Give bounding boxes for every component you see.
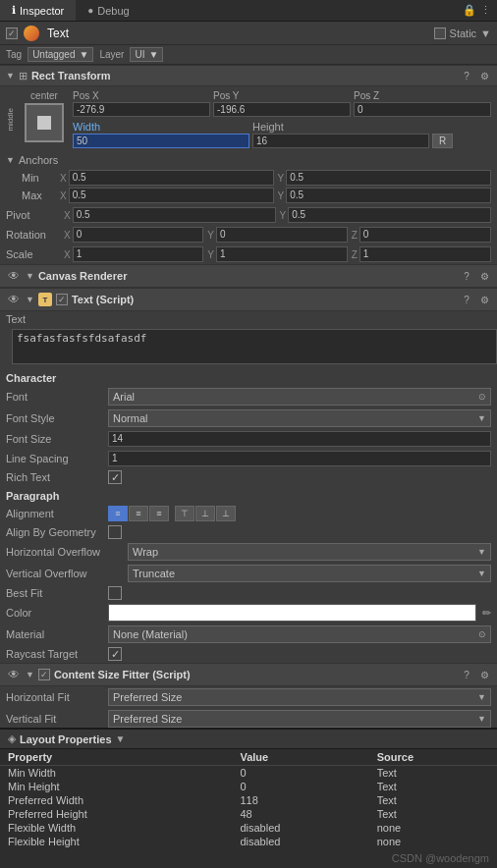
scale-fields: X 1 Y 1 Z 1 [64,246,491,262]
rect-settings-icon[interactable]: ⚙ [477,69,491,82]
color-edit-icon[interactable]: ✏ [482,607,491,620]
rich-text-label: Rich Text [6,471,104,483]
content-eye-icon[interactable]: 👁 [6,667,22,682]
text-eye-icon[interactable]: 👁 [6,292,22,307]
text-script-header[interactable]: 👁 ▼ T ✓ Text (Script) ? ⚙ [0,288,497,311]
content-settings-icon[interactable]: ⚙ [477,668,491,681]
min-x-input[interactable]: 0.5 [69,170,274,186]
static-dropdown-arrow[interactable]: ▼ [480,27,491,39]
text-active-checkbox[interactable]: ✓ [56,294,68,305]
text-area-row[interactable] [0,326,497,368]
align-top-button[interactable]: ⊤ [175,506,194,521]
pos-x-value: -276.9 [77,104,104,115]
max-y-val: 0.5 [290,190,304,200]
watermark: CSDN @woodengm [0,848,497,868]
align-center-button[interactable]: ≡ [129,506,148,521]
col-value: Value [232,749,368,766]
content-help-icon[interactable]: ? [460,668,473,681]
tab-debug[interactable]: ● Debug [76,0,140,21]
align-by-geo-checkbox[interactable] [108,525,122,539]
anchors-expand-icon[interactable]: ▼ [6,155,15,165]
best-fit-row: Best Fit [0,584,497,602]
scale-z-input[interactable]: 1 [359,246,491,262]
canvas-renderer-header[interactable]: 👁 ▼ Canvas Renderer ? ⚙ [0,264,497,288]
tag-layer-row: Tag Untagged ▼ Layer UI ▼ [0,45,497,65]
rect-transform-header[interactable]: ▼ ⊞ Rect Transform ? ⚙ [0,65,497,86]
rot-y-label: Y [207,230,214,241]
font-style-dropdown[interactable]: Normal ▼ [108,409,491,427]
font-dropdown-arrow: ⊙ [478,392,486,402]
font-style-row: Font Style Normal ▼ [0,407,497,429]
best-fit-checkbox[interactable] [108,586,122,600]
rot-y-input[interactable]: 0 [216,227,348,243]
pos-y-input[interactable]: -196.6 [213,102,351,117]
layout-cell-property: Preferred Width [0,793,232,807]
rot-y-pair: Y 0 [207,227,347,243]
layout-cell-source: none [369,821,497,835]
pos-z-input[interactable]: 0 [354,102,491,117]
canvas-help-icon[interactable]: ? [460,269,473,283]
rot-z-input[interactable]: 0 [359,227,491,243]
line-spacing-input[interactable]: 1 [108,451,491,466]
align-left-button[interactable]: ≡ [108,506,128,521]
pivot-x-input[interactable]: 0.5 [73,207,276,223]
line-spacing-row: Line Spacing 1 [0,449,497,468]
layout-cell-property: Flexible Height [0,835,232,848]
scale-y-label: Y [207,249,214,260]
font-size-val: 14 [112,433,123,444]
active-checkbox[interactable]: ✓ [6,27,18,39]
pos-z-value: 0 [358,104,363,115]
vert-fit-dropdown[interactable]: Preferred Size ▼ [108,710,491,728]
color-swatch[interactable] [108,604,476,622]
text-help-icon[interactable]: ? [460,293,473,306]
max-label: Max [22,190,56,201]
font-dropdown[interactable]: Arial ⊙ [108,388,491,406]
rotation-fields: X 0 Y 0 Z 0 [64,227,491,243]
vert-overflow-dropdown[interactable]: Truncate ▼ [128,565,491,582]
content-checkbox[interactable]: ✓ [38,669,50,680]
anchor-square [25,103,64,142]
rot-x-input[interactable]: 0 [73,227,204,243]
horiz-overflow-dropdown[interactable]: Wrap ▼ [128,543,491,561]
static-checkbox[interactable] [434,27,446,39]
tab-inspector[interactable]: ℹ Inspector [0,0,76,21]
text-field-row: Text [0,311,497,326]
r-button[interactable]: R [432,134,453,148]
text-script-icon: T [38,293,52,306]
layer-dropdown[interactable]: UI ▼ [130,47,163,62]
rich-text-checkbox[interactable]: ✓ [108,470,122,484]
pos-x-input[interactable]: -276.9 [73,102,210,117]
color-label: Color [6,607,104,619]
rect-help-icon[interactable]: ? [460,69,473,82]
pivot-y-input[interactable]: 0.5 [288,207,491,223]
min-y-input[interactable]: 0.5 [286,170,491,186]
raycast-checkbox[interactable]: ✓ [108,647,122,661]
align-middle-button[interactable]: ⊥ [195,506,215,521]
scale-x-input[interactable]: 1 [73,246,204,262]
height-input[interactable]: 16 [252,134,429,148]
align-bottom-button[interactable]: ⊥ [216,506,236,521]
horiz-overflow-value: Wrap [133,546,158,558]
material-dropdown[interactable]: None (Material) ⊙ [108,625,491,643]
canvas-settings-icon[interactable]: ⚙ [477,269,491,283]
scale-label: Scale [6,248,60,260]
scroll-area[interactable]: ▼ ⊞ Rect Transform ? ⚙ middle center [0,65,497,752]
layout-table-row: Flexible Widthdisablednone [0,821,497,835]
max-x-input[interactable]: 0.5 [69,188,274,203]
text-settings-icon[interactable]: ⚙ [477,293,491,306]
width-input[interactable]: 50 [73,134,249,148]
max-y-input[interactable]: 0.5 [286,188,491,203]
tag-dropdown[interactable]: Untagged ▼ [28,47,93,62]
rot-x-val: 0 [77,229,83,240]
eye-icon[interactable]: 👁 [6,268,22,284]
min-y-label: Y [278,173,285,184]
min-x-val: 0.5 [73,172,86,183]
font-size-input[interactable]: 14 [108,431,491,447]
horiz-fit-dropdown[interactable]: Preferred Size ▼ [108,688,491,706]
scale-y-input[interactable]: 1 [216,246,348,262]
content-size-header[interactable]: 👁 ▼ ✓ Content Size Fitter (Script) ? ⚙ [0,663,497,686]
align-right-button[interactable]: ≡ [149,506,169,521]
layout-props-arrow[interactable]: ▼ [116,733,126,744]
material-label: Material [6,628,104,640]
text-area-input[interactable] [12,329,497,364]
